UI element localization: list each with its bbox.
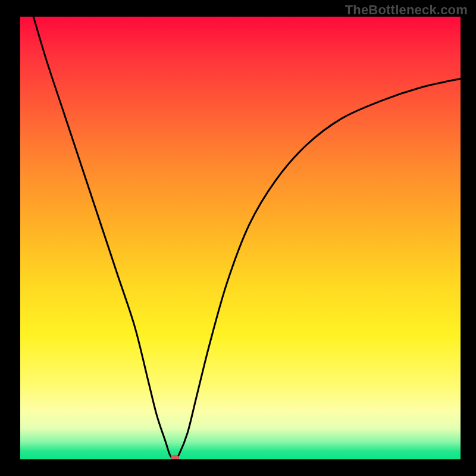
bottleneck-curve bbox=[33, 17, 461, 459]
watermark-text: TheBottleneck.com bbox=[345, 2, 468, 18]
plot-area bbox=[20, 17, 461, 459]
curve-svg bbox=[20, 17, 461, 459]
minimum-marker bbox=[171, 455, 179, 459]
chart-frame: TheBottleneck.com bbox=[0, 0, 476, 476]
